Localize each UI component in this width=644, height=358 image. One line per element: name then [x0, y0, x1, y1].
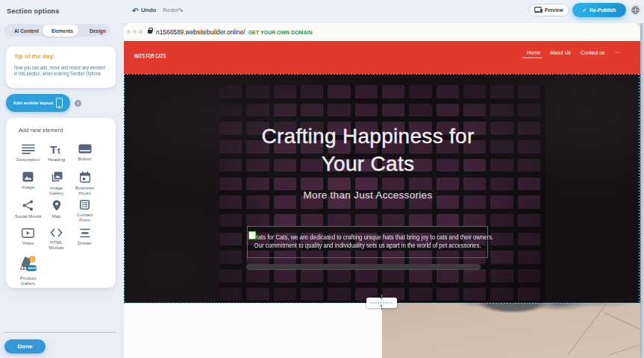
- svg-text:T: T: [50, 144, 57, 154]
- svg-text:SHOP: SHOP: [28, 266, 37, 270]
- svg-text:t: t: [57, 146, 60, 154]
